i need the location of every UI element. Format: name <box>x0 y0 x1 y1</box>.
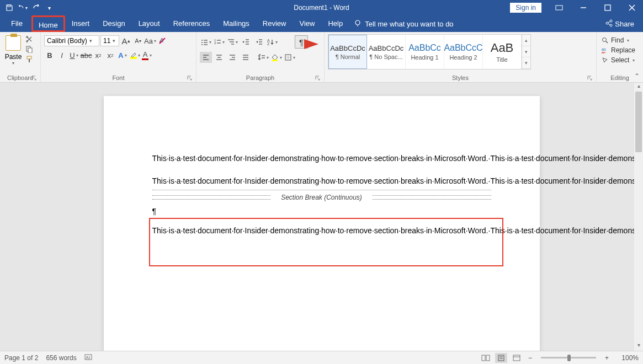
tab-design[interactable]: Design <box>96 15 131 32</box>
close-icon[interactable] <box>621 0 643 15</box>
bold-icon[interactable]: B <box>44 50 55 61</box>
paste-button[interactable]: Paste ▾ <box>3 34 23 66</box>
align-center-icon[interactable] <box>213 52 225 63</box>
numbering-icon[interactable]: 12 <box>213 36 225 47</box>
sort-icon[interactable]: AZ <box>266 36 278 47</box>
borders-icon[interactable] <box>284 52 296 63</box>
scroll-thumb[interactable] <box>635 92 642 152</box>
minimize-icon[interactable] <box>572 0 594 15</box>
italic-icon[interactable]: I <box>56 50 67 61</box>
show-hide-pilcrow-button[interactable]: ¶ <box>295 35 308 49</box>
font-size-combo[interactable]: 11▾ <box>100 35 119 46</box>
zoom-slider[interactable] <box>541 357 596 358</box>
styles-scroll-up-icon[interactable]: ▴ <box>522 35 530 46</box>
document-paragraph[interactable]: This·is·a·test·document·for·Insider·demo… <box>152 153 491 164</box>
save-icon[interactable] <box>4 3 14 13</box>
select-icon <box>601 56 609 64</box>
svg-text:2: 2 <box>214 41 216 45</box>
align-left-icon[interactable] <box>200 52 212 63</box>
zoom-out-button[interactable]: − <box>526 354 534 362</box>
vertical-scrollbar[interactable]: ▴ ▾ <box>634 83 643 351</box>
styles-scroll-down-icon[interactable]: ▾ <box>522 46 530 58</box>
document-title: Document1 - Word <box>294 4 349 12</box>
print-layout-icon[interactable] <box>495 353 507 363</box>
maximize-icon[interactable] <box>597 0 619 15</box>
select-button[interactable]: Select▾ <box>600 55 636 65</box>
shading-icon[interactable] <box>270 52 283 63</box>
style-item-title[interactable]: AaBTitle <box>483 35 522 69</box>
zoom-in-button[interactable]: + <box>603 354 611 362</box>
read-mode-icon[interactable] <box>480 353 492 363</box>
change-case-icon[interactable]: Aa <box>145 35 156 46</box>
document-paragraph[interactable]: This·is·a·test·document·for·Insider·demo… <box>152 226 491 236</box>
cut-icon[interactable] <box>25 35 35 43</box>
style-item-heading1[interactable]: AaBbCcHeading 1 <box>406 35 444 69</box>
svg-point-8 <box>610 24 612 26</box>
increase-indent-icon[interactable] <box>253 36 265 47</box>
clipboard-dialog-launcher-icon[interactable] <box>31 76 37 81</box>
tab-layout[interactable]: Layout <box>132 15 167 32</box>
word-count[interactable]: 656 words <box>46 354 76 362</box>
clear-formatting-icon[interactable]: A <box>157 35 168 46</box>
highlight-icon[interactable] <box>129 50 140 61</box>
line-spacing-icon[interactable] <box>257 52 269 63</box>
underline-icon[interactable]: U <box>68 50 79 61</box>
decrease-indent-icon[interactable] <box>240 36 252 47</box>
replace-button[interactable]: abacReplace <box>600 45 636 55</box>
bullets-icon[interactable] <box>200 36 212 47</box>
document-paragraph[interactable]: This·is·a·test·document·for·Insider·demo… <box>152 176 491 186</box>
strikethrough-icon[interactable]: abc <box>81 50 92 61</box>
share-button[interactable]: Share <box>598 19 641 29</box>
tab-review[interactable]: Review <box>256 15 293 32</box>
shrink-font-icon[interactable]: A▾ <box>132 35 144 46</box>
section-break-continuous[interactable]: Section Break (Continuous) <box>152 194 491 201</box>
scroll-down-icon[interactable]: ▾ <box>634 342 643 351</box>
group-clipboard: Paste ▾ Clipboard <box>0 32 41 82</box>
style-item-normal[interactable]: AaBbCcDc¶ Normal <box>328 35 367 69</box>
font-dialog-launcher-icon[interactable] <box>187 76 193 81</box>
empty-paragraph-pilcrow[interactable]: ¶ <box>152 207 491 216</box>
multilevel-list-icon[interactable] <box>226 36 238 47</box>
align-right-icon[interactable] <box>226 52 238 63</box>
svg-rect-62 <box>486 355 490 361</box>
tab-help[interactable]: Help <box>321 15 349 32</box>
copy-icon[interactable] <box>25 45 35 53</box>
scroll-up-icon[interactable]: ▴ <box>634 83 643 92</box>
styles-expand-icon[interactable]: ▾ <box>522 57 530 69</box>
tab-file[interactable]: File <box>2 15 31 32</box>
page-indicator[interactable]: Page 1 of 2 <box>4 354 38 362</box>
justify-icon[interactable] <box>240 52 252 63</box>
tab-insert[interactable]: Insert <box>65 15 97 32</box>
text-effects-icon[interactable]: A <box>117 50 128 61</box>
redo-icon[interactable] <box>31 3 41 13</box>
find-button[interactable]: Find▾ <box>600 35 630 45</box>
styles-dialog-launcher-icon[interactable] <box>587 76 593 81</box>
grow-font-icon[interactable]: A▴ <box>120 35 131 46</box>
tab-view[interactable]: View <box>293 15 321 32</box>
style-item-heading2[interactable]: AaBbCcCHeading 2 <box>444 35 483 69</box>
sign-in-button[interactable]: Sign in <box>510 3 541 13</box>
document-page[interactable]: This·is·a·test·document·for·Insider·demo… <box>104 96 540 351</box>
tab-mailings[interactable]: Mailings <box>216 15 256 32</box>
ribbon-display-icon[interactable] <box>548 0 570 15</box>
superscript-icon[interactable]: x2 <box>105 50 116 61</box>
editing-label: Editing <box>610 74 629 81</box>
collapse-ribbon-icon[interactable]: ⌃ <box>632 71 642 81</box>
tab-home[interactable]: Home <box>31 15 65 32</box>
tell-me-search[interactable]: Tell me what you want to do <box>354 19 453 29</box>
spell-check-icon[interactable] <box>84 353 93 362</box>
zoom-level[interactable]: 100% <box>614 354 639 362</box>
style-name: ¶ Normal <box>336 53 360 60</box>
font-color-icon[interactable]: A <box>141 50 152 61</box>
qat-customize-icon[interactable]: ▾ <box>44 3 54 13</box>
paragraph-dialog-launcher-icon[interactable] <box>315 76 321 81</box>
subscript-icon[interactable]: x2 <box>93 50 104 61</box>
tab-references[interactable]: References <box>167 15 216 32</box>
web-layout-icon[interactable] <box>511 353 523 363</box>
share-label: Share <box>615 20 634 28</box>
style-item-nospacing[interactable]: AaBbCcDc¶ No Spac... <box>367 35 406 69</box>
font-name-combo[interactable]: Calibri (Body)▾ <box>44 35 99 46</box>
style-gallery[interactable]: AaBbCcDc¶ Normal AaBbCcDc¶ No Spac... Aa… <box>328 34 531 69</box>
undo-icon[interactable]: ▾ <box>18 3 28 13</box>
format-painter-icon[interactable] <box>25 55 35 63</box>
